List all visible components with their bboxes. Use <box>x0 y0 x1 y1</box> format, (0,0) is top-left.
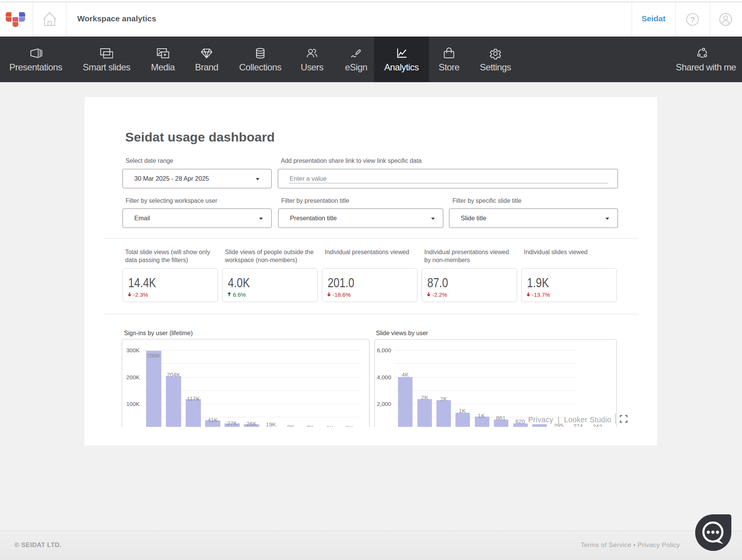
svg-text:?: ? <box>690 16 694 24</box>
